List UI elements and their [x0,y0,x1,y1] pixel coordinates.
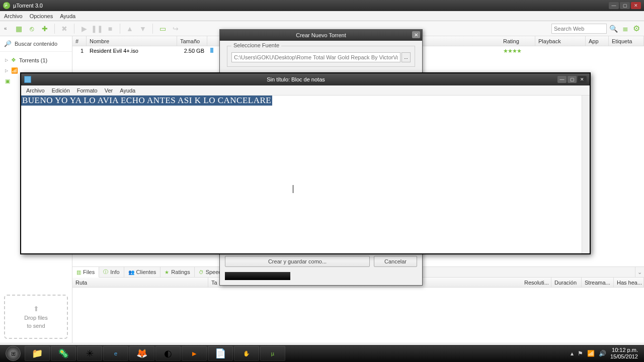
dropzone-text-1: Drop files [24,315,47,321]
np-menu-edit[interactable]: Edición [52,87,70,94]
taskbar-app3[interactable]: ◐ [155,346,181,361]
minimize-button[interactable]: — [609,2,619,9]
dialog-titlebar[interactable]: Crear Nuevo Torrent ✕ [220,30,422,41]
taskbar-utorrent[interactable]: µ [260,346,285,361]
info-icon: ⓘ [103,268,108,276]
maximize-button[interactable]: ▢ [620,2,630,9]
notepad-selected-text: BUENO YO YA LO AVIA ECHO ANTES ASI K LO … [21,96,272,106]
drop-zone[interactable]: ⬆ Drop files to send [4,295,68,339]
menu-help[interactable]: Ayuda [60,13,75,19]
close-button[interactable]: ✕ [631,2,641,9]
taskbar-app1[interactable]: 🦠 [51,346,76,361]
create-torrent-icon[interactable]: ✚ [39,23,50,34]
taskbar-media[interactable]: ▶ [182,346,207,361]
taskbar-app4[interactable]: ✋ [234,346,259,361]
add-url-icon[interactable]: ⎋ [26,23,37,34]
peers-icon: 👥 [128,269,134,275]
notepad-title: Sin título: Bloc de notas [34,76,557,82]
np-menu-help[interactable]: Ayuda [120,87,135,94]
np-close-button[interactable]: ✕ [578,76,587,83]
np-maximize-button[interactable]: ▢ [568,76,577,83]
device-icon[interactable]: ▭ [157,23,168,34]
dcol-hashea[interactable]: Has hea... [614,278,644,287]
remove-icon[interactable]: ✖ [59,23,70,34]
col-playback[interactable]: Playback [535,36,586,46]
dcol-ta[interactable]: Ta [208,278,220,287]
disclosure-icon: ▷ [5,68,8,73]
speed-icon: ⏱ [199,269,204,275]
browse-button[interactable]: ... [401,52,411,62]
dcol-resolution[interactable]: Resoluti... [521,278,551,287]
tabs-chevron-icon[interactable]: ⌄ [635,267,644,277]
notepad-titlebar[interactable]: Sin título: Bloc de notas — ▢ ✕ [21,73,590,85]
cell-size: 2.50 GB [177,47,207,54]
taskbar: ⊞ 📁 🦠 ✳ e 🦊 ◐ ▶ 📄 ✋ µ ▴ ⚑ 📶 🔊 10:12 p.m.… [0,345,644,362]
start-icon[interactable]: ▶ [78,23,90,34]
progress-strip [225,272,290,280]
share-icon[interactable]: ↪ [170,23,181,34]
fieldset-legend: Seleccione Fuente [231,42,281,48]
dcol-stream[interactable]: Streama... [582,278,614,287]
menu-options[interactable]: Opciones [30,13,53,19]
search-icon[interactable]: 🔍 [608,23,619,34]
tab-ratings[interactable]: ★Ratings [160,267,194,277]
dropzone-text-2: to send [27,323,45,329]
dcol-path[interactable]: Ruta [72,278,208,287]
dialog-title: Crear Nuevo Torrent [296,32,346,38]
utorrent-menubar: Archivo Opciones Ayuda [0,11,644,21]
tray-volume-icon[interactable]: 🔊 [599,350,606,357]
source-path-input[interactable] [231,52,400,62]
np-menu-view[interactable]: Ver [105,87,113,94]
cell-num: 1 [72,47,87,54]
taskbar-app2[interactable]: ✳ [77,346,102,361]
list-view-icon[interactable]: ≣ [620,23,631,34]
rss-icon: 📶 [11,67,18,74]
taskbar-firefox[interactable]: 🦊 [129,346,154,361]
clock-date: 15/05/2012 [610,353,638,360]
np-minimize-button[interactable]: — [557,76,567,83]
cancel-button[interactable]: Cancelar [374,256,417,267]
device-icon: ▣ [5,78,10,84]
move-down-icon[interactable]: ▼ [137,23,148,34]
dialog-close-button[interactable]: ✕ [412,31,420,38]
system-tray[interactable]: ▴ ⚑ 📶 🔊 10:12 p.m. 15/05/2012 [571,347,642,360]
dcol-duration[interactable]: Duración [551,278,582,287]
col-name[interactable]: Nombre [87,36,177,46]
tray-chevron-icon[interactable]: ▴ [571,350,574,357]
col-rating[interactable]: Rating [500,36,535,46]
settings-icon[interactable]: ⚙ [633,24,640,33]
tray-network-icon[interactable]: 📶 [587,350,595,357]
files-icon: ▥ [76,269,81,275]
sidebar-search[interactable]: 🔎 Buscar contenido [0,36,72,52]
np-menu-format[interactable]: Formato [77,87,98,94]
col-label[interactable]: Etiqueta [609,36,644,46]
utorrent-logo-icon [3,2,10,9]
stop-icon[interactable]: ■ [105,23,116,34]
tab-info[interactable]: ⓘInfo [99,267,124,277]
col-size[interactable]: Tamaño [177,36,207,46]
pause-icon[interactable]: ❚❚ [92,23,103,34]
tab-files[interactable]: ▥Files [72,267,99,278]
utorrent-titlebar[interactable]: µTorrent 3.0 — ▢ ✕ [0,0,644,11]
start-button[interactable]: ⊞ [3,346,24,361]
notepad-textarea[interactable]: BUENO YO YA LO AVIA ECHO ANTES ASI K LO … [21,96,582,253]
create-save-button[interactable]: Crear y guardar como... [225,256,370,267]
clock[interactable]: 10:12 p.m. 15/05/2012 [610,347,638,360]
col-num[interactable]: # [72,36,87,46]
search-web-input[interactable] [551,24,607,34]
taskbar-notepad[interactable]: 📄 [208,346,233,361]
text-caret [293,185,293,193]
menu-file[interactable]: Archivo [4,13,23,19]
add-torrent-icon[interactable]: ▦ [13,23,24,34]
move-up-icon[interactable]: ▲ [124,23,135,34]
notepad-scrollbar[interactable] [582,96,590,253]
tab-clients[interactable]: 👥Clientes [124,267,161,277]
col-app[interactable]: App [586,36,609,46]
sidebar-item-label: Torrents (1) [19,57,47,63]
taskbar-ie[interactable]: e [103,346,128,361]
taskbar-explorer[interactable]: 📁 [25,346,50,361]
sidebar-item-torrents[interactable]: ▷ ❖ Torrents (1) [0,55,72,65]
np-menu-file[interactable]: Archivo [26,87,45,94]
toolbar-overflow-icon[interactable]: « [4,26,11,31]
tray-flag-icon[interactable]: ⚑ [578,350,583,357]
